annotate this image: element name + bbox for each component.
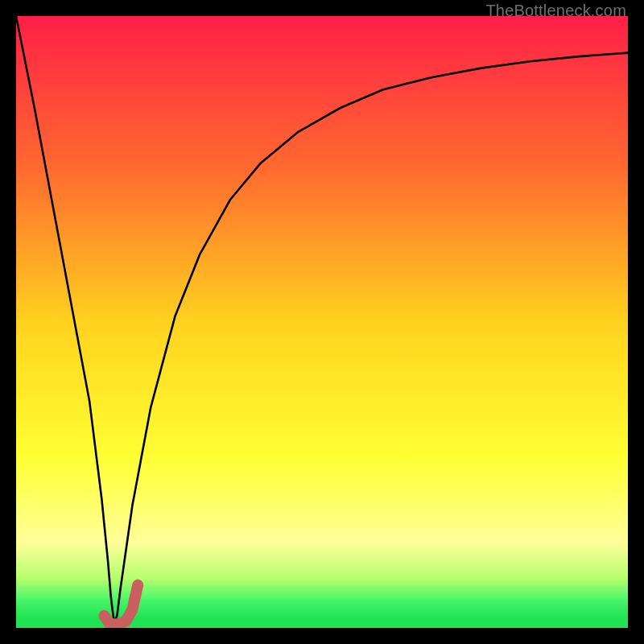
plot-svg xyxy=(16,16,628,628)
chart-frame: TheBottleneck.com xyxy=(0,0,644,644)
plot-background xyxy=(16,16,628,628)
plot-area xyxy=(16,16,628,628)
